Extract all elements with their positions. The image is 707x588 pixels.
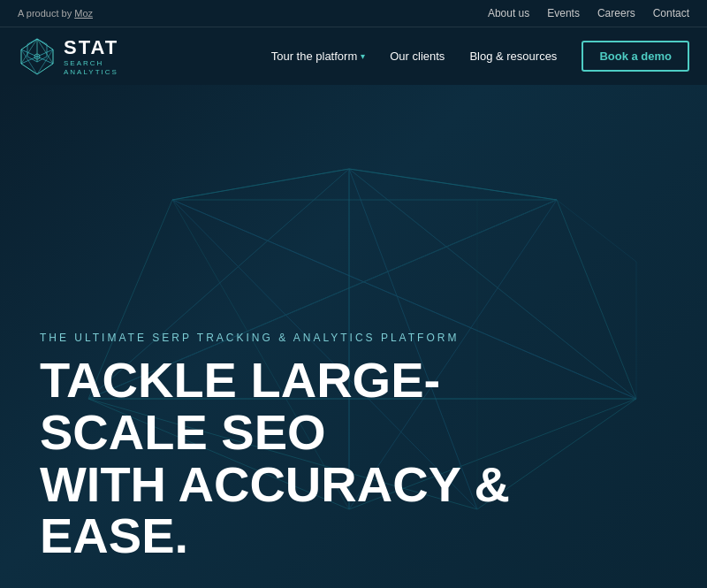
top-bar: A product by Moz About us Events Careers… [0, 0, 707, 27]
book-demo-button[interactable]: Book a demo [582, 41, 689, 72]
product-label: A product by Moz [18, 8, 93, 19]
chevron-down-icon: ▾ [361, 51, 365, 61]
hero-subtitle: THE ULTIMATE SERP TRACKING & ANALYTICS P… [40, 332, 588, 344]
svg-line-40 [349, 169, 557, 200]
svg-line-33 [557, 200, 636, 262]
main-nav: STAT SEARCH ANALYTICS Tour the platform … [0, 27, 707, 85]
tour-label: Tour the platform [271, 50, 358, 63]
hero-title-line1: TACKLE LARGE-SCALE SEO [40, 355, 588, 459]
tour-platform-link[interactable]: Tour the platform ▾ [271, 50, 366, 63]
logo-wordmark: STAT [64, 36, 118, 59]
hero-title-line2: WITH ACCURACY & EASE. [40, 459, 588, 563]
svg-line-39 [172, 169, 349, 200]
top-nav: About us Events Careers Contact [488, 7, 689, 19]
nav-links: Tour the platform ▾ Our clients Blog & r… [271, 41, 689, 72]
product-text: A product by [18, 8, 72, 19]
events-link[interactable]: Events [547, 7, 580, 19]
logo-icon [18, 37, 57, 76]
hero-title: TACKLE LARGE-SCALE SEO WITH ACCURACY & E… [40, 355, 588, 562]
moz-link[interactable]: Moz [74, 8, 93, 19]
logo[interactable]: STAT SEARCH ANALYTICS [18, 36, 118, 76]
hero-section: THE ULTIMATE SERP TRACKING & ANALYTICS P… [0, 85, 707, 588]
careers-link[interactable]: Careers [597, 7, 635, 19]
blog-resources-link[interactable]: Blog & resources [469, 50, 557, 63]
logo-subtitle: SEARCH ANALYTICS [64, 59, 118, 76]
about-us-link[interactable]: About us [488, 7, 529, 19]
our-clients-link[interactable]: Our clients [390, 50, 445, 63]
hero-content: THE ULTIMATE SERP TRACKING & ANALYTICS P… [40, 332, 588, 562]
contact-link[interactable]: Contact [653, 7, 689, 19]
